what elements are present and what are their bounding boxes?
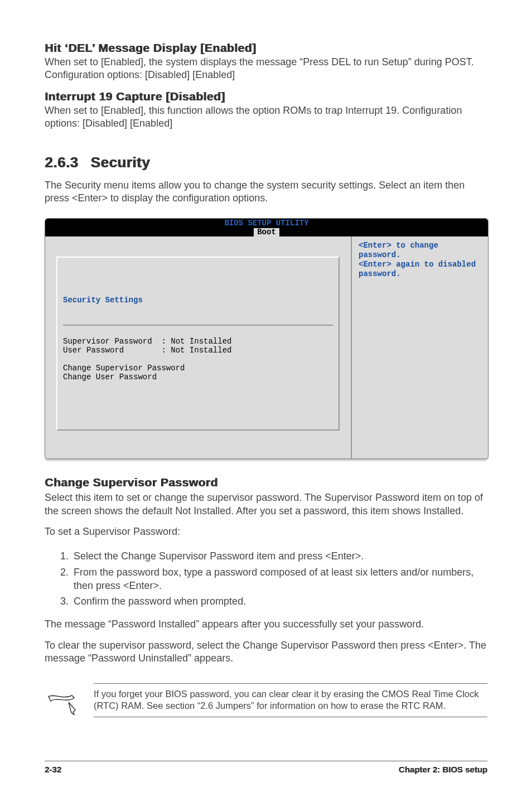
- change-supervisor-p1: Select this item to set or change the su…: [45, 491, 487, 518]
- interrupt-19-body: When set to [Enabled], this function all…: [45, 104, 487, 131]
- bios-header: BIOS SETUP UTILITY Boot: [45, 219, 488, 236]
- note-box: If you forget your BIOS password, you ca…: [45, 683, 487, 717]
- note-text: If you forget your BIOS password, you ca…: [94, 683, 487, 717]
- security-heading-num: 2.6.3: [45, 154, 78, 171]
- change-supervisor-p3: The message “Password Installed” appears…: [45, 618, 487, 631]
- bios-row-user-value: : Not Installed: [161, 346, 231, 355]
- page-footer: 2-32 Chapter 2: BIOS setup: [45, 761, 487, 774]
- bios-action-change-user: Change User Password: [63, 373, 157, 381]
- hit-del-title: Hit ‘DEL’ Message Display [Enabled]: [45, 41, 487, 55]
- bios-tab-boot: Boot: [254, 228, 279, 236]
- bios-panel-title: Security Settings: [63, 296, 333, 305]
- hit-del-body-1: When set to [Enabled], the system displa…: [45, 56, 487, 69]
- supervisor-password-steps: Select the Change Supervisor Password it…: [45, 549, 487, 610]
- change-supervisor-p4: To clear the supervisor password, select…: [45, 639, 487, 665]
- bios-header-title: BIOS SETUP UTILITY: [45, 219, 488, 228]
- security-intro: The Security menu items allow you to cha…: [45, 179, 487, 205]
- bios-row-user-label: User Password: [63, 346, 124, 355]
- hit-del-body-2: Configuration options: [Disabled] [Enabl…: [45, 69, 487, 81]
- bios-row-supervisor-value: : Not Installed: [161, 337, 231, 346]
- change-supervisor-heading: Change Supervisor Password: [45, 476, 487, 489]
- list-item: Confirm the password when prompted.: [71, 595, 487, 608]
- security-heading: 2.6.3Security: [45, 154, 487, 171]
- note-icon: [45, 683, 78, 716]
- page-number: 2-32: [45, 765, 61, 774]
- bios-screenshot: BIOS SETUP UTILITY Boot Security Setting…: [45, 218, 489, 459]
- chapter-label: Chapter 2: BIOS setup: [399, 765, 487, 774]
- list-item: From the password box, type a password c…: [71, 566, 487, 593]
- interrupt-19-title: Interrupt 19 Capture [Disabled]: [45, 90, 487, 103]
- bios-row-supervisor-label: Supervisor Password: [63, 337, 152, 346]
- change-supervisor-p2: To set a Supervisor Password:: [45, 525, 487, 538]
- security-heading-text: Security: [90, 154, 150, 171]
- bios-action-change-supervisor: Change Supervisor Password: [63, 364, 185, 373]
- bios-help-pane: <Enter> to change password. <Enter> agai…: [351, 236, 488, 458]
- list-item: Select the Change Supervisor Password it…: [71, 549, 487, 563]
